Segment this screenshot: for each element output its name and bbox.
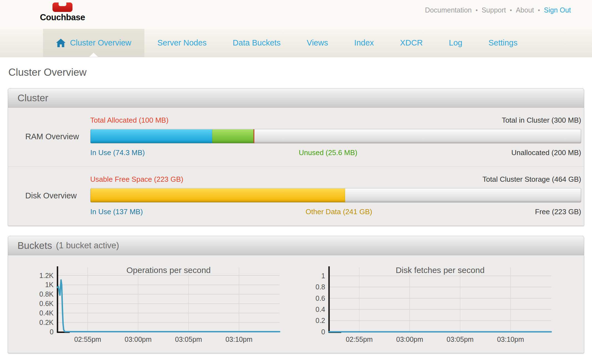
nav-tab-label: Index bbox=[354, 38, 374, 47]
nav-tab-label: XDCR bbox=[400, 38, 423, 47]
couchbase-couch-icon bbox=[52, 2, 73, 12]
nav-tab-xdcr[interactable]: XDCR bbox=[387, 29, 436, 57]
header-link-sign-out[interactable]: Sign Out bbox=[544, 6, 571, 14]
svg-text:03:10pm: 03:10pm bbox=[497, 335, 524, 343]
svg-text:1: 1 bbox=[321, 272, 325, 280]
svg-text:1K: 1K bbox=[45, 281, 54, 289]
nav-tab-data-buckets[interactable]: Data Buckets bbox=[220, 29, 294, 57]
svg-text:0: 0 bbox=[321, 328, 325, 336]
nav-tab-label: Cluster Overview bbox=[70, 38, 131, 47]
couchbase-logo: Couchbase bbox=[33, 2, 92, 22]
buckets-panel-title: Buckets bbox=[17, 240, 52, 251]
buckets-panel: Buckets (1 bucket active) 02:55pm03:00pm… bbox=[8, 236, 584, 353]
svg-text:0.4K: 0.4K bbox=[39, 309, 54, 317]
svg-text:0.8: 0.8 bbox=[315, 283, 325, 291]
nav-tab-cluster-overview[interactable]: Cluster Overview bbox=[43, 29, 144, 57]
header-links: Documentation•Support•About•Sign Out bbox=[425, 6, 571, 14]
nav-tab-log[interactable]: Log bbox=[436, 29, 475, 57]
ram-usage-bar bbox=[90, 129, 581, 143]
page-title: Cluster Overview bbox=[8, 67, 592, 78]
ram-overview-row: RAM Overview Total Allocated (100 MB) To… bbox=[8, 108, 584, 166]
ram-in-use-label: In Use (74.3 MB) bbox=[90, 148, 145, 157]
svg-text:Disk fetches per second: Disk fetches per second bbox=[396, 266, 485, 275]
nav-tab-views[interactable]: Views bbox=[294, 29, 341, 57]
buckets-active-count: (1 bucket active) bbox=[56, 241, 119, 251]
nav-tab-label: Data Buckets bbox=[233, 38, 280, 47]
svg-text:0.2K: 0.2K bbox=[39, 318, 54, 326]
nav-tab-label: Server Nodes bbox=[157, 38, 207, 47]
disk-other-data-label: Other Data (241 GB) bbox=[306, 208, 372, 216]
header-link-about[interactable]: About bbox=[516, 6, 534, 14]
ram-overview-label: RAM Overview bbox=[8, 132, 90, 141]
operations-per-second-chart: 02:55pm03:00pm03:05pm03:10pm1.2K1K0.8K0.… bbox=[35, 264, 285, 347]
nav-tab-label: Log bbox=[449, 38, 462, 47]
svg-text:0.8K: 0.8K bbox=[39, 290, 54, 298]
ram-unused-label: Unused (25.6 MB) bbox=[299, 148, 357, 157]
svg-text:0.6: 0.6 bbox=[315, 294, 325, 302]
cluster-panel-title: Cluster bbox=[17, 92, 48, 103]
disk-usage-bar bbox=[90, 188, 581, 203]
buckets-panel-body: 02:55pm03:00pm03:05pm03:10pm1.2K1K0.8K0.… bbox=[8, 255, 584, 353]
usage-bar-segment bbox=[91, 129, 212, 143]
svg-text:03:05pm: 03:05pm bbox=[175, 335, 202, 343]
svg-text:0.2: 0.2 bbox=[315, 317, 325, 324]
svg-text:0.6K: 0.6K bbox=[39, 300, 54, 307]
buckets-panel-header: Buckets (1 bucket active) bbox=[8, 236, 584, 255]
svg-text:03:00pm: 03:00pm bbox=[396, 335, 423, 343]
nav-tab-server-nodes[interactable]: Server Nodes bbox=[144, 29, 220, 57]
ram-unallocated-label: Unallocated (200 MB) bbox=[511, 148, 581, 157]
svg-text:0: 0 bbox=[50, 328, 54, 336]
cluster-panel: Cluster RAM Overview Total Allocated (10… bbox=[8, 88, 584, 226]
ram-total-in-cluster-label: Total in Cluster (300 MB) bbox=[502, 116, 581, 125]
usage-bar-segment bbox=[91, 188, 345, 202]
ram-total-allocated-label: Total Allocated (100 MB) bbox=[90, 116, 169, 125]
nav-tab-label: Views bbox=[307, 38, 328, 47]
disk-fetches-per-second-chart: 02:55pm03:00pm03:05pm03:10pm10.80.60.40.… bbox=[307, 264, 557, 347]
svg-text:Operations per second: Operations per second bbox=[126, 266, 211, 275]
svg-text:02:55pm: 02:55pm bbox=[346, 335, 373, 343]
svg-text:02:55pm: 02:55pm bbox=[74, 335, 101, 343]
usage-bar-segment bbox=[212, 129, 254, 143]
brand-name: Couchbase bbox=[33, 12, 92, 22]
svg-text:1.2K: 1.2K bbox=[39, 272, 54, 279]
header-link-documentation[interactable]: Documentation bbox=[425, 6, 472, 14]
nav-tab-settings[interactable]: Settings bbox=[475, 29, 531, 57]
svg-text:0.4: 0.4 bbox=[315, 305, 325, 313]
allocated-marker-line bbox=[254, 129, 254, 143]
bucket-charts: 02:55pm03:00pm03:05pm03:10pm1.2K1K0.8K0.… bbox=[8, 255, 584, 353]
header-link-support[interactable]: Support bbox=[481, 6, 506, 14]
disk-overview-row: Disk Overview Usable Free Space (223 GB)… bbox=[8, 166, 584, 226]
home-icon bbox=[56, 39, 66, 47]
cluster-panel-header: Cluster bbox=[8, 88, 584, 108]
disk-total-storage-label: Total Cluster Storage (464 GB) bbox=[483, 175, 581, 184]
disk-overview-label: Disk Overview bbox=[8, 191, 90, 200]
top-header: Couchbase Documentation•Support•About•Si… bbox=[0, 0, 592, 29]
disk-in-use-label: In Use (137 MB) bbox=[90, 208, 143, 216]
nav-tab-label: Settings bbox=[488, 38, 518, 47]
cluster-panel-body: RAM Overview Total Allocated (100 MB) To… bbox=[8, 108, 584, 226]
svg-text:03:10pm: 03:10pm bbox=[225, 335, 252, 343]
disk-usable-free-label: Usable Free Space (223 GB) bbox=[90, 175, 183, 184]
nav-tab-index[interactable]: Index bbox=[341, 29, 387, 57]
svg-text:03:05pm: 03:05pm bbox=[446, 335, 473, 343]
link-separator-bullet: • bbox=[510, 7, 512, 14]
svg-text:03:00pm: 03:00pm bbox=[125, 335, 152, 343]
main-nav: Cluster OverviewServer NodesData Buckets… bbox=[0, 29, 592, 57]
link-separator-bullet: • bbox=[538, 7, 540, 14]
link-separator-bullet: • bbox=[476, 7, 478, 14]
disk-free-label: Free (223 GB) bbox=[535, 208, 581, 216]
